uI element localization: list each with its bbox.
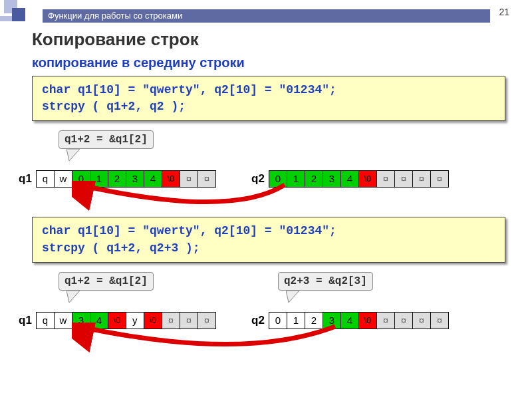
memory-cell: ¤ [198, 313, 215, 329]
callout-2a: q1+2 = &q1[2] [59, 272, 154, 291]
memory-cell: ¤ [377, 313, 395, 329]
svg-marker-5 [66, 291, 80, 303]
svg-marker-3 [66, 149, 80, 161]
memory-cells-q1-2: qw34\0y\0¤¤¤ [36, 312, 216, 329]
memory-cell: 3 [323, 313, 341, 329]
header-deco [0, 0, 43, 27]
memory-cell: 1 [90, 171, 108, 187]
memory-cell: ¤ [180, 313, 198, 329]
memory-cells-q2-1: 01234\0¤¤¤¤ [269, 170, 449, 188]
memory-cell: w [55, 313, 72, 329]
page-number: 21 [499, 7, 509, 17]
memory-cell: ¤ [162, 313, 180, 329]
callout-2b: q2+3 = &q2[3] [278, 272, 373, 291]
memory-cell: q [37, 171, 55, 187]
code-line: strcpy ( q1+2, q2+3 ); [42, 240, 495, 257]
memory-cell: ¤ [395, 313, 413, 329]
memory-cell: 2 [108, 171, 126, 187]
memory-cell: q [37, 313, 55, 329]
memory-cell: ¤ [180, 171, 198, 187]
array-label: q2 [251, 172, 265, 186]
code-block-1: char q1[10] = "qwerty", q2[10] = "01234"… [32, 76, 505, 121]
svg-rect-2 [0, 16, 12, 21]
svg-rect-1 [12, 8, 25, 21]
slide-subtitle: копирование в середину строки [32, 55, 505, 70]
memory-cell: 1 [287, 313, 305, 329]
code-block-2: char q1[10] = "qwerty", q2[10] = "01234"… [32, 217, 505, 262]
memory-cell: 0 [72, 171, 90, 187]
memory-cell: \0 [359, 313, 377, 329]
memory-cell: 4 [341, 171, 359, 187]
memory-cell: 0 [269, 171, 287, 187]
svg-marker-6 [286, 291, 299, 303]
callout-1: q1+2 = &q1[2] [59, 130, 154, 149]
memory-cell: ¤ [431, 313, 448, 329]
memory-cells-q2-2: 01234\0¤¤¤¤ [269, 312, 449, 329]
memory-cell: ¤ [413, 171, 431, 187]
memory-cell: 3 [126, 171, 144, 187]
slide-header: Функции для работы со строками 21 [0, 0, 532, 23]
memory-cell: 0 [269, 313, 287, 329]
code-line: char q1[10] = "qwerty", q2[10] = "01234"… [42, 82, 495, 98]
header-title: Функции для работы со строками [48, 11, 182, 21]
slide-content: Копирование строк копирование в середину… [0, 23, 532, 358]
memory-cell: \0 [162, 171, 180, 187]
memory-cell: \0 [108, 313, 126, 329]
memory-cell: 3 [323, 171, 341, 187]
memory-cell: 2 [305, 313, 323, 329]
memory-cell: ¤ [413, 313, 431, 329]
memory-cells-q1-1: qw01234\0¤¤ [36, 170, 216, 188]
memory-cell: 1 [287, 171, 305, 187]
array-label: q1 [19, 172, 32, 186]
memory-cell: ¤ [395, 171, 413, 187]
callout-tail [286, 291, 306, 304]
memory-cell: ¤ [198, 171, 215, 187]
memory-cell: w [55, 171, 72, 187]
memory-cell: \0 [144, 313, 162, 329]
callout-tail [66, 149, 86, 162]
memory-cell: 2 [305, 171, 323, 187]
memory-cell: ¤ [431, 171, 448, 187]
code-line: strcpy ( q1+2, q2 ); [42, 98, 495, 115]
array-label: q1 [19, 314, 32, 327]
slide-title: Копирование строк [32, 29, 505, 50]
memory-cell: 4 [144, 171, 162, 187]
memory-cell: y [126, 313, 144, 329]
memory-cell: \0 [359, 171, 377, 187]
memory-cell: ¤ [377, 171, 395, 187]
memory-cell: 4 [341, 313, 359, 329]
memory-cell: 3 [72, 313, 90, 329]
array-label: q2 [251, 314, 265, 327]
code-line: char q1[10] = "qwerty", q2[10] = "01234"… [42, 223, 495, 239]
memory-cell: 4 [90, 313, 108, 329]
header-bar: Функции для работы со строками [43, 9, 490, 23]
callout-tail [66, 291, 86, 304]
